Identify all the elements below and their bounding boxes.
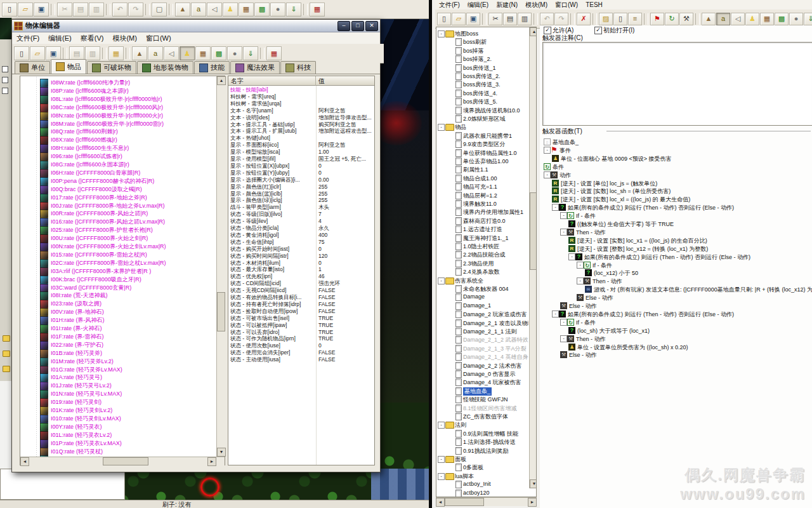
trigger-item-actboy120[interactable]: actboy120 <box>436 489 528 497</box>
trigger-item-boss房传送_3.[interactable]: boss房传送_3. <box>436 80 528 88</box>
trigger-item-Damage_2 玩家造成伤害[interactable]: Damage_2 玩家造成伤害 <box>436 310 528 318</box>
open-folder-button[interactable]: ▱ <box>30 46 45 60</box>
trigger-editor-button[interactable]: a <box>191 3 206 17</box>
trigger-comment-input[interactable] <box>542 42 812 126</box>
close-button[interactable]: ✕ <box>365 21 378 31</box>
expand-collapse-icon[interactable]: - <box>544 147 551 154</box>
object-editor-menu-模块M[interactable]: 模块(M) <box>108 32 141 44</box>
object-tree-item[interactable]: I010:rate (轻巧灵剑Lv.MAX) <box>21 415 215 423</box>
trigger-item-bos掉落_2.[interactable]: bos掉落_2. <box>436 55 528 63</box>
trigger-item-Damage_2_1_4 英雄自身平A[interactable]: Damage_2_1_4 英雄自身平A <box>436 352 528 361</box>
new-trigger-button[interactable]: ▯ <box>613 13 627 25</box>
tab-可破坏物[interactable]: 可破坏物 <box>87 61 136 74</box>
object-editor-menu-察看V[interactable]: 察看(V) <box>76 32 108 44</box>
object-tree-item[interactable]: I01A:rate (轻巧灵弓) <box>21 373 215 382</box>
scroll-down-icon[interactable]: ▼ <box>530 479 537 488</box>
trigger-function-line[interactable]: -⚒Then - 动作 <box>541 229 812 236</box>
palette-checkbox[interactable] <box>2 77 8 83</box>
trigger-function-line[interactable]: -?如果(所有的条件成立) 则运行 (Then - 动作) 否则运行 (Else… <box>541 204 812 211</box>
trigger-tree-hscrollbar[interactable]: ◄ ► <box>436 497 537 506</box>
property-row[interactable]: 显示 - 颜色值(绿)[iclg]255 <box>228 197 374 204</box>
trigger-item-境界触发11.0[interactable]: 境界触发11.0 <box>436 199 528 208</box>
trigger-item-Damage_1[interactable]: Damage_1 <box>436 302 528 310</box>
trigger-item-刷属性1.1[interactable]: 刷属性1.1 <box>436 165 528 173</box>
trigger-function-line[interactable]: R[逆天] - 设置 [实数] loc_x1 = ((loc_js) 的生命百分… <box>541 237 812 244</box>
trigger-item-Damage[interactable]: Damage <box>436 293 528 301</box>
property-row[interactable]: 状态 - 使用完会消失[iper]FALSE <box>228 349 374 356</box>
property-row[interactable]: 状态 - CD间隔组[icid]强击光环 <box>228 280 374 287</box>
import-manager-button[interactable]: ⇓ <box>804 13 812 25</box>
expand-collapse-icon[interactable]: - <box>544 171 551 178</box>
object-tree-item[interactable]: I01I:rate (界-火神石) <box>21 324 215 333</box>
palette-checkbox[interactable] <box>2 66 8 72</box>
trigger-editor-menu-文件F[interactable]: 文件(F) <box>435 0 464 10</box>
trigger-editor-button[interactable]: a <box>716 13 730 25</box>
new-condition-button[interactable]: ↻ <box>665 13 679 25</box>
property-row[interactable]: 科技树 - 需求[ureq] <box>228 93 374 100</box>
object-tree-item[interactable]: I022:rate (界-守护石) <box>21 341 215 349</box>
property-row[interactable]: 状态 - 黄金消耗[igol]400 <box>228 232 374 239</box>
scroll-down-icon[interactable]: ▼ <box>217 448 226 457</box>
expand-collapse-icon[interactable]: - <box>552 311 559 318</box>
trigger-function-line[interactable]: ↻条件 <box>541 163 812 171</box>
scroll-thumb[interactable] <box>445 498 484 506</box>
expand-collapse-icon[interactable]: - <box>552 204 559 211</box>
object-tree-item[interactable]: I08W:rate (|cffff6600纯净力量|r) <box>21 79 215 87</box>
trigger-function-line[interactable]: -↻If - 条件 <box>541 262 812 269</box>
trigger-function-line[interactable]: R[逆天] - 设置 [整数] loc_x12 = (转换 (loc_x1) 为… <box>541 245 812 253</box>
expand-collapse-icon[interactable]: - <box>560 229 567 236</box>
trigger-item-ZC_伤害数值字体[interactable]: ZC_伤害数值字体 <box>436 412 528 420</box>
object-tree-item[interactable]: I08G:rate (|cffff6600永固本源|r) <box>21 161 215 169</box>
campaign-editor-button[interactable]: ▦ <box>760 13 774 25</box>
terrain-editor-button[interactable]: ▲ <box>702 13 716 25</box>
object-tree-item[interactable]: I01Q:rate (轻巧灵杖) <box>21 448 215 456</box>
trigger-category-物品[interactable]: -物品 <box>436 123 528 131</box>
trigger-category-地图boss[interactable]: -地图boss <box>436 29 528 37</box>
trigger-item-Damage_2_1_3 平A分裂[interactable]: Damage_2_1_3 平A分裂 <box>436 344 528 352</box>
save-button[interactable]: ▣ <box>46 46 61 60</box>
trigger-function-line[interactable]: ▯基地血条_ <box>541 138 812 146</box>
trigger-editor-button[interactable]: a <box>148 46 163 60</box>
trigger-item-2.3物品使用[interactable]: 2.3物品使用 <box>436 259 528 267</box>
trigger-item-9.9攻击类型区分[interactable]: 9.9攻击类型区分 <box>436 140 528 148</box>
expand-collapse-icon[interactable]: - <box>438 456 445 463</box>
trigger-item-森林商店打造0.0[interactable]: 森林商店打造0.0 <box>436 217 528 225</box>
trigger-item-Damage_0 伤害显示[interactable]: Damage_0 伤害显示 <box>436 370 528 378</box>
tab-科技[interactable]: 科技 <box>280 61 316 74</box>
property-row[interactable]: 显示 - 选择圈大小(编辑器)[i...0.00 <box>228 177 374 184</box>
campaign-editor-button[interactable]: ▦ <box>239 3 254 17</box>
trigger-item-Damage_2_1_1 法则[interactable]: Damage_2_1_1 法则 <box>436 327 528 335</box>
tab-地形装饰物[interactable]: 地形装饰物 <box>137 61 193 74</box>
terrain-editor-button[interactable]: ▲ <box>132 46 147 60</box>
trigger-item-物品合成1.00[interactable]: 物品合成1.00 <box>436 174 528 182</box>
trigger-function-line[interactable]: -⚒动作 <box>541 171 812 179</box>
trigger-item-魔王海神打造1._1[interactable]: 魔王海神打造1._1 <box>436 234 528 242</box>
property-row[interactable]: 状态 - 优先权[ipri]46 <box>228 273 374 280</box>
property-row[interactable]: 科技树 - 需求值[urqa] <box>228 100 374 107</box>
trigger-category-伤害系统全[interactable]: -伤害系统全 <box>436 276 528 284</box>
property-row[interactable]: 状态 - 等级(旧版)[ilvo]7 <box>228 211 374 218</box>
expand-collapse-icon[interactable]: - <box>577 262 584 269</box>
property-row[interactable]: 状态 - 可作为随机物品[iprn]TRUE <box>228 335 374 342</box>
trigger-item-Damage_2_1 攻击以及物理伤害[interactable]: Damage_2_1 攻击以及物理伤害 <box>436 319 528 327</box>
copy-button[interactable]: ▤ <box>69 46 84 60</box>
ai-editor-button[interactable]: ▩ <box>254 3 270 17</box>
trigger-item-单位丢弃物品1.00[interactable]: 单位丢弃物品1.00 <box>436 157 528 165</box>
sound-editor-button[interactable]: ◁ <box>731 13 745 25</box>
property-row[interactable]: 状态 - 购买时间间隔[istr]120 <box>228 253 374 260</box>
ai-editor-button[interactable]: ▩ <box>775 13 789 25</box>
trigger-item-2.0炼狱矩形区域[interactable]: 2.0炼狱矩形区域 <box>436 114 528 123</box>
property-row[interactable]: 状态 - 无视CD间隔[iicd]FALSE <box>228 287 374 294</box>
new-comment-button[interactable]: ≡ <box>628 13 642 25</box>
object-tree-item[interactable]: I08Q:rate (|cffff6600荆棘|r) <box>21 128 215 136</box>
trigger-item-0.91挑战法则奖励[interactable]: 0.91挑战法则奖励 <box>436 446 528 455</box>
property-row[interactable]: 状态 - 等级[ilev]4 <box>228 218 374 225</box>
trigger-item-0.9法则属性增幅 技能[interactable]: 0.9法则属性增幅 技能 <box>436 429 528 438</box>
scroll-left-icon[interactable]: ◄ <box>20 457 29 466</box>
column-header-name[interactable]: 名字 <box>228 76 316 86</box>
object-editor-button[interactable]: ♟ <box>223 3 238 17</box>
property-row[interactable]: 文本 - 名字[unam]阿利亚之笛 <box>228 107 374 114</box>
trigger-category-法则[interactable]: -法则 <box>436 420 528 429</box>
ai-editor-button[interactable]: ▩ <box>211 46 226 60</box>
trigger-item-1.远古遗址打造[interactable]: 1.远古遗址打造 <box>436 225 528 233</box>
